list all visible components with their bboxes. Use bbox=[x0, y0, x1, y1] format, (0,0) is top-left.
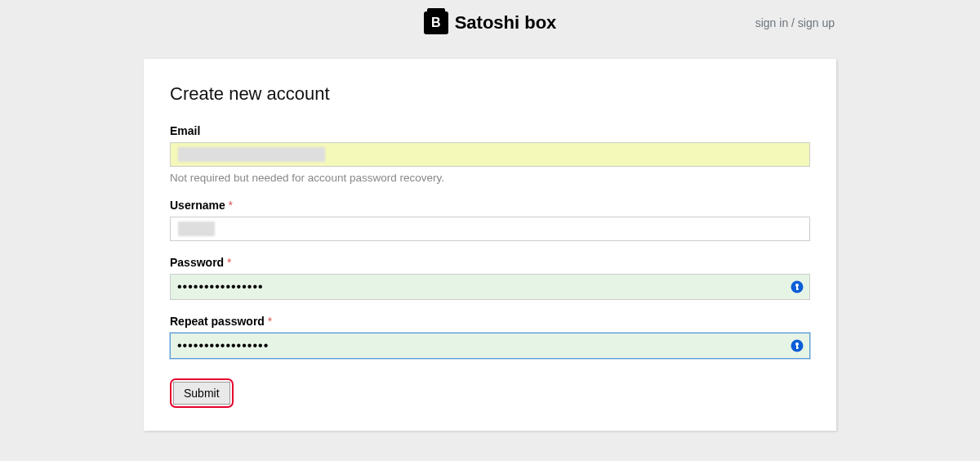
required-marker: * bbox=[229, 199, 233, 212]
page-title: Create new account bbox=[170, 83, 810, 105]
bitcoin-logo-icon: B bbox=[424, 11, 448, 34]
submit-wrap: Submit bbox=[170, 378, 810, 408]
brand[interactable]: B Satoshi box bbox=[424, 11, 557, 34]
repeat-password-group: Repeat password * bbox=[170, 315, 810, 359]
submit-button[interactable]: Submit bbox=[173, 382, 230, 405]
email-label: Email bbox=[170, 124, 810, 137]
email-hint: Not required but needed for account pass… bbox=[170, 172, 810, 184]
password-label: Password * bbox=[170, 256, 810, 269]
required-marker: * bbox=[227, 256, 231, 269]
password-group: Password * bbox=[170, 256, 810, 300]
required-marker: * bbox=[268, 315, 272, 328]
repeat-password-field[interactable] bbox=[170, 333, 810, 359]
submit-highlight: Submit bbox=[170, 378, 234, 408]
repeat-password-label: Repeat password * bbox=[170, 315, 810, 328]
password-field[interactable] bbox=[170, 274, 810, 300]
email-group: Email Not required but needed for accoun… bbox=[170, 124, 810, 184]
brand-title: Satoshi box bbox=[455, 12, 557, 34]
signup-card: Create new account Email Not required bu… bbox=[144, 59, 836, 431]
page-header: B Satoshi box sign in / sign up bbox=[0, 0, 980, 49]
username-group: Username * bbox=[170, 199, 810, 241]
username-label: Username * bbox=[170, 199, 810, 212]
signin-signup-link[interactable]: sign in / sign up bbox=[755, 16, 835, 29]
username-field[interactable] bbox=[170, 217, 810, 241]
